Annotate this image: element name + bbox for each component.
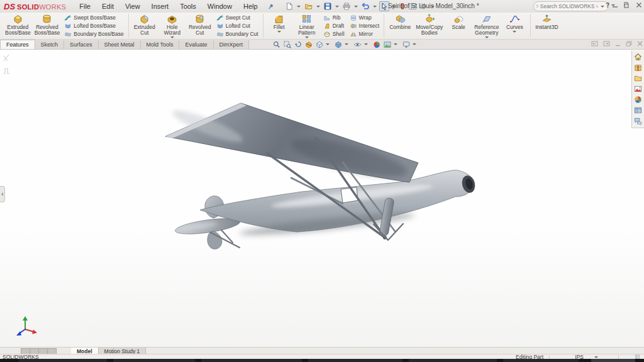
menu-window[interactable]: Window [202, 1, 238, 11]
intersect-button[interactable]: Intersect [348, 22, 381, 30]
button-label: ExtrudedCut [134, 25, 155, 36]
print-dropdown-caret-icon[interactable] [354, 6, 358, 8]
tab-dimxpert[interactable]: DimXpert [214, 40, 250, 49]
reference-geometry-caret-icon [485, 36, 489, 38]
restore-button[interactable] [624, 2, 630, 8]
save-button[interactable] [323, 1, 333, 11]
search-scope-caret-icon[interactable] [601, 6, 604, 8]
scroll-prev-button[interactable] [30, 348, 39, 354]
revolved-boss-base-button[interactable]: RevolvedBoss/Base [33, 13, 62, 39]
doc-close-button[interactable] [637, 41, 643, 47]
apply-scene-caret-icon[interactable] [394, 43, 397, 45]
menu-file[interactable]: File [74, 1, 96, 11]
display-style-caret-icon[interactable] [345, 43, 348, 45]
apply-scene-button[interactable] [383, 41, 400, 48]
edit-appearance-button[interactable] [372, 41, 381, 48]
section-view-button[interactable] [304, 41, 313, 48]
new-dropdown-caret-icon[interactable] [297, 6, 301, 8]
doc-restore-button[interactable] [626, 41, 632, 47]
swept-boss-base-button[interactable]: Swept Boss/Base [63, 14, 125, 21]
design-library-button[interactable] [633, 63, 643, 72]
zoom-to-area-button[interactable] [283, 41, 292, 48]
minimize-button[interactable] [612, 2, 618, 8]
airplane-3d-model[interactable] [0, 50, 644, 348]
tab-evaluate[interactable]: Evaluate [179, 40, 213, 49]
fillet-button[interactable]: Fillet [265, 13, 293, 39]
tab-features[interactable]: Features [0, 40, 35, 49]
hide-show-items-button[interactable] [353, 41, 370, 48]
scroll-next-button[interactable] [38, 348, 48, 354]
view-palette-button[interactable] [633, 84, 643, 93]
button-label: Rib [333, 14, 341, 21]
reference-geometry-button[interactable]: ReferenceGeometry [472, 13, 501, 39]
appearances-scenes-button[interactable] [633, 95, 643, 104]
boundary-cut-button[interactable]: Boundary Cut [215, 30, 260, 38]
menu-insert[interactable]: Insert [146, 1, 175, 11]
units-caret-icon[interactable] [594, 356, 598, 358]
hole-wizard-button[interactable]: HoleWizard [158, 13, 186, 39]
pin-menu-icon[interactable] [267, 3, 274, 10]
reference-geometry-icon [480, 14, 492, 24]
graphics-area[interactable] [0, 50, 644, 348]
linear-pattern-button[interactable]: LinearPattern [293, 13, 321, 39]
move-copy-bodies-button[interactable]: Move/CopyBodies [414, 13, 445, 39]
wrap-button[interactable]: Wrap [348, 14, 381, 21]
tab-surfaces[interactable]: Surfaces [64, 40, 99, 49]
menu-edit[interactable]: Edit [96, 1, 119, 11]
view-orientation-caret-icon[interactable] [326, 43, 330, 45]
extruded-cut-button[interactable]: ExtrudedCut [131, 13, 158, 39]
undo-dropdown-caret-icon[interactable] [373, 6, 377, 8]
mirror-button[interactable]: Mirror [348, 30, 381, 38]
shell-button[interactable]: Shell [322, 30, 346, 38]
view-settings-button[interactable] [402, 41, 419, 48]
solidworks-window: { "colors":{"brand_red":"#cf2030","selec… [0, 0, 644, 362]
scale-button[interactable]: Scale [445, 13, 472, 39]
menu-help[interactable]: Help [238, 1, 264, 11]
undo-button[interactable] [360, 1, 370, 11]
print-button[interactable] [341, 1, 352, 11]
custom-properties-button[interactable] [633, 106, 643, 114]
draft-button[interactable]: Draft [322, 22, 346, 30]
curves-button[interactable]: Curves [501, 13, 528, 39]
tab-sheet-metal[interactable]: Sheet Metal [99, 40, 141, 49]
collapsed-toolbar-icons[interactable] [2, 53, 11, 76]
lofted-boss-base-button[interactable]: Lofted Boss/Base [63, 22, 125, 30]
window-controls [612, 2, 642, 8]
file-explorer-button[interactable] [633, 74, 643, 82]
open-button[interactable] [303, 1, 314, 11]
tab-mold-tools[interactable]: Mold Tools [141, 40, 180, 49]
help-search-box[interactable]: ? [533, 1, 609, 11]
rib-button[interactable]: Rib [322, 14, 346, 21]
hide-show-caret-icon[interactable] [364, 43, 368, 45]
lofted-cut-button[interactable]: Lofted Cut [215, 22, 260, 30]
modify-small-buttons-2: Wrap Intersect Mirror [347, 13, 382, 39]
menu-view[interactable]: View [119, 1, 146, 11]
zoom-to-fit-button[interactable] [272, 41, 281, 48]
tab-sketch[interactable]: Sketch [35, 40, 65, 49]
view-orientation-button[interactable] [315, 41, 332, 48]
scroll-last-button[interactable] [47, 348, 57, 354]
new-document-button[interactable] [284, 1, 294, 11]
extruded-boss-base-button[interactable]: ExtrudedBoss/Base [3, 13, 33, 39]
solidworks-resources-button[interactable] [633, 52, 643, 61]
doc-restore-left-button[interactable] [591, 41, 598, 47]
open-dropdown-caret-icon[interactable] [316, 6, 320, 8]
search-icon[interactable] [596, 3, 599, 10]
save-dropdown-caret-icon[interactable] [335, 6, 339, 8]
doc-restore-right-button[interactable] [603, 41, 610, 47]
view-settings-caret-icon[interactable] [413, 43, 416, 45]
instant3d-button[interactable]: Instant3D [533, 13, 560, 39]
revolved-cut-button[interactable]: RevolvedCut [186, 13, 214, 39]
display-style-button[interactable] [334, 41, 351, 48]
search-input[interactable] [539, 3, 596, 10]
menu-tools[interactable]: Tools [174, 1, 202, 11]
close-button[interactable] [636, 2, 642, 8]
feature-tree-splitter-handle[interactable] [0, 186, 5, 202]
doc-minimize-button[interactable] [615, 41, 621, 47]
combine-button[interactable]: Combine [386, 13, 414, 39]
previous-view-button[interactable] [294, 41, 303, 48]
boundary-boss-base-button[interactable]: Boundary Boss/Base [63, 30, 125, 38]
solidworks-forum-button[interactable] [633, 116, 643, 125]
scroll-first-button[interactable] [21, 348, 30, 354]
swept-cut-button[interactable]: Swept Cut [215, 14, 260, 21]
